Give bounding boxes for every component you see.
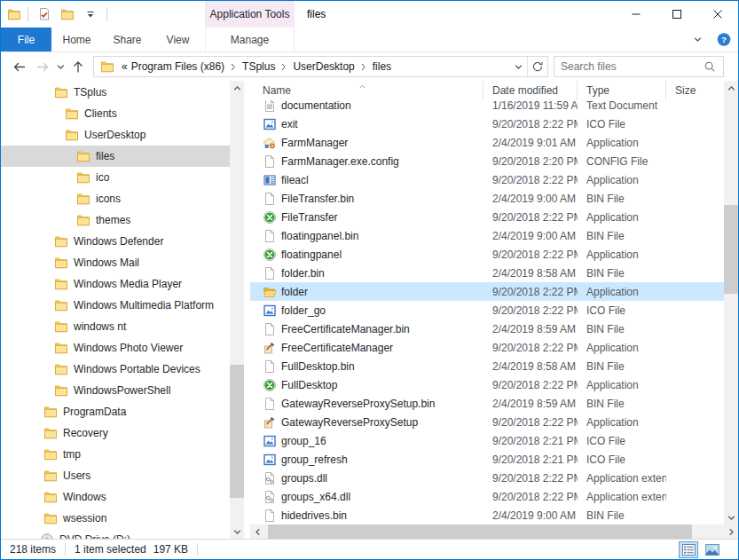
minimize-button[interactable]	[616, 1, 656, 28]
column-header-size[interactable]: Size	[666, 81, 716, 100]
breadcrumb-item-userdesktop[interactable]: UserDesktop	[291, 60, 356, 73]
tree-item-recovery[interactable]: Recovery	[1, 422, 230, 444]
tree-item-windows-mail[interactable]: Windows Mail	[1, 252, 230, 273]
file-row-freecertificatemanager-bin[interactable]: FreeCertificateManager.bin2/4/2019 8:59 …	[250, 319, 724, 338]
file-row-floatingpanel-bin[interactable]: floatingpanel.bin2/4/2019 9:00 AMBIN Fil…	[250, 226, 724, 245]
column-header-date-modified[interactable]: Date modified	[483, 81, 578, 100]
qat-customize-button[interactable]	[81, 4, 100, 24]
breadcrumb-overflow[interactable]: «	[120, 60, 130, 73]
address-dropdown-button[interactable]	[509, 57, 527, 76]
file-row-gatewayreverseproxysetup-bin[interactable]: GatewayReverseProxySetup.bin2/4/2019 8:5…	[250, 394, 724, 413]
thumbnails-view-button[interactable]	[703, 541, 722, 558]
list-vertical-scrollbar[interactable]	[724, 81, 738, 525]
file-row-fulldesktop-bin[interactable]: FullDesktop.bin2/4/2019 8:58 AMBIN File	[250, 357, 724, 375]
tree-item-clients[interactable]: Clients	[1, 103, 230, 124]
tree-item-windows-photo-viewer[interactable]: Windows Photo Viewer	[1, 337, 230, 359]
tree-item-windows-media-player[interactable]: Windows Media Player	[1, 273, 230, 295]
breadcrumb-separator-icon[interactable]	[277, 63, 291, 71]
scroll-left-button[interactable]	[250, 525, 264, 539]
file-row-groups-dll[interactable]: groups.dll9/20/2018 2:22 PMApplication e…	[250, 469, 724, 487]
tree-scrollbar-thumb[interactable]	[230, 365, 244, 498]
file-row-folder[interactable]: folder9/20/2018 2:22 PMApplication	[250, 282, 724, 301]
scroll-up-button[interactable]	[724, 81, 738, 95]
list-horizontal-scrollbar[interactable]	[250, 525, 738, 539]
tree-item-windows-multimedia-platform[interactable]: Windows Multimedia Platform	[1, 295, 230, 316]
tab-home[interactable]: Home	[51, 28, 102, 51]
contextual-tab-header[interactable]: Application Tools	[205, 1, 295, 28]
file-row-gatewayreverseproxysetup[interactable]: GatewayReverseProxySetup9/20/2018 2:22 P…	[250, 413, 724, 431]
file-type: Application	[578, 248, 666, 261]
tree-item-wsession[interactable]: wsession	[1, 508, 230, 529]
tree-item-tsplus[interactable]: TSplus	[1, 82, 230, 103]
scroll-down-button[interactable]	[724, 510, 738, 525]
file-row-filetransfer-bin[interactable]: FileTransfer.bin2/4/2019 9:00 AMBIN File	[250, 189, 724, 208]
breadcrumb-separator-icon[interactable]	[357, 63, 371, 71]
file-row-documentation[interactable]: documentation1/16/2019 11:59 AMText Docu…	[250, 100, 724, 114]
breadcrumb-item-files[interactable]: files	[371, 60, 393, 73]
file-row-fulldesktop[interactable]: FullDesktop9/20/2018 2:22 PMApplication	[250, 375, 724, 394]
file-row-farmmanager-exe-config[interactable]: FarmManager.exe.config9/20/2018 2:20 PMC…	[250, 152, 724, 170]
help-button[interactable]: ?	[715, 31, 733, 49]
file-name: group_refresh	[281, 454, 348, 466]
tree-item-userdesktop[interactable]: UserDesktop	[1, 124, 230, 146]
properties-icon	[37, 7, 51, 21]
chevron-down-icon	[724, 510, 738, 525]
close-button[interactable]	[697, 1, 738, 28]
tab-file[interactable]: File	[1, 28, 51, 51]
file-row-hidedrives-bin[interactable]: hidedrives.bin2/4/2019 9:00 AMBIN File	[250, 506, 724, 525]
file-date-modified: 9/20/2018 2:22 PM	[483, 342, 578, 354]
tree-item-users[interactable]: Users	[1, 465, 230, 486]
file-row-filetransfer[interactable]: FileTransfer9/20/2018 2:22 PMApplication	[250, 208, 724, 226]
breadcrumb-separator-icon[interactable]	[226, 63, 240, 71]
file-type: ICO File	[578, 304, 666, 317]
refresh-button[interactable]	[528, 57, 547, 76]
tree-item-windows-portable-devices[interactable]: Windows Portable Devices	[1, 359, 230, 380]
tree-item-windowspowershell[interactable]: WindowsPowerShell	[1, 380, 230, 401]
file-row-group-16[interactable]: group_169/20/2018 2:21 PMICO File	[250, 431, 724, 450]
tree-item-files[interactable]: files	[1, 146, 230, 167]
scroll-up-button[interactable]	[230, 81, 244, 95]
file-row-floatingpanel[interactable]: floatingpanel9/20/2018 2:22 PMApplicatio…	[250, 245, 724, 264]
tree-item-programdata[interactable]: ProgramData	[1, 401, 230, 422]
forward-button[interactable]	[31, 55, 54, 78]
back-button[interactable]	[8, 55, 31, 78]
scroll-down-button[interactable]	[230, 525, 244, 539]
list-scrollbar-thumb[interactable]	[724, 205, 738, 294]
tab-view[interactable]: View	[153, 28, 203, 51]
tree-item-dvd-drive-d[interactable]: DVD Drive (D:)	[1, 529, 230, 539]
breadcrumb-item-tsplus[interactable]: TSplus	[240, 60, 277, 73]
scroll-right-button[interactable]	[724, 525, 738, 539]
file-row-groups-x64-dll[interactable]: groups_x64.dll9/20/2018 2:22 PMApplicati…	[250, 487, 724, 506]
tree-item-themes[interactable]: themes	[1, 209, 230, 231]
horizontal-scrollbar-thumb[interactable]	[268, 525, 692, 539]
tab-share[interactable]: Share	[102, 28, 153, 51]
tree-scrollbar[interactable]	[230, 81, 244, 539]
tree-item-ico[interactable]: ico	[1, 167, 230, 188]
file-row-folder-go[interactable]: folder_go9/20/2018 2:22 PMICO File	[250, 301, 724, 319]
file-row-group-refresh[interactable]: group_refresh9/20/2018 2:21 PMICO File	[250, 450, 724, 469]
file-row-fileacl[interactable]: fileacl9/20/2018 2:22 PMApplication	[250, 170, 724, 189]
tree-item-icons[interactable]: icons	[1, 188, 230, 209]
column-header-type[interactable]: Type	[578, 81, 666, 100]
breadcrumb-item-program-files-x86[interactable]: Program Files (x86)	[130, 60, 226, 73]
tree-item-windows[interactable]: Windows	[1, 486, 230, 508]
qat-new-folder-button[interactable]	[58, 4, 77, 24]
tree-item-tmp[interactable]: tmp	[1, 444, 230, 465]
search-input[interactable]: Search files	[554, 56, 724, 77]
file-row-freecertificatemanager[interactable]: FreeCertificateManager9/20/2018 2:22 PMA…	[250, 338, 724, 357]
tree-item-windows-defender[interactable]: Windows Defender	[1, 231, 230, 252]
address-bar[interactable]: «Program Files (x86)TSplusUserDesktopfil…	[93, 56, 548, 77]
qat-properties-button[interactable]	[35, 4, 54, 24]
file-row-exit[interactable]: exit9/20/2018 2:22 PMICO File	[250, 114, 724, 133]
tree-item-windows-nt[interactable]: windows nt	[1, 316, 230, 337]
tab-manage[interactable]: Manage	[205, 28, 295, 51]
file-row-farmmanager[interactable]: FarmManager2/4/2019 9:01 AMApplication	[250, 133, 724, 152]
up-button[interactable]	[67, 55, 90, 78]
file-row-folder-bin[interactable]: folder.bin2/4/2019 8:58 AMBIN File	[250, 264, 724, 282]
column-header-name[interactable]: Name	[263, 81, 483, 100]
maximize-button[interactable]	[656, 1, 697, 28]
details-view-button[interactable]	[679, 541, 698, 558]
folder-icon	[54, 341, 68, 355]
ribbon-collapse-button[interactable]	[688, 31, 706, 49]
recent-locations-button[interactable]	[54, 55, 67, 78]
